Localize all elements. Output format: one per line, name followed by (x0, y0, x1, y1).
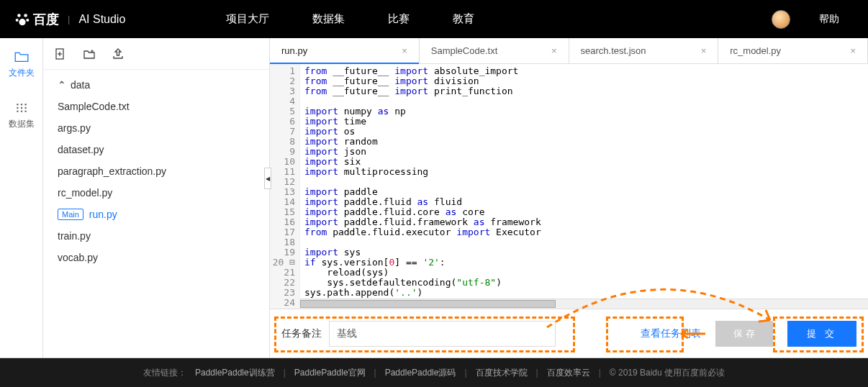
folder-icon (14, 51, 29, 63)
svg-point-8 (17, 107, 18, 109)
close-icon[interactable]: × (701, 45, 707, 56)
file-item[interactable]: args.py (43, 117, 269, 139)
caret-icon: ⌃ (58, 79, 65, 91)
file-item[interactable]: paragraph_extraction.py (43, 160, 269, 182)
file-name: args.py (58, 122, 91, 134)
svg-point-4 (19, 19, 25, 25)
close-icon[interactable]: × (551, 45, 557, 56)
file-item[interactable]: rc_model.py (43, 182, 269, 204)
file-item[interactable]: dataset.py (43, 139, 269, 160)
footer-link[interactable]: 百度效率云 (547, 367, 590, 379)
svg-point-5 (17, 104, 18, 105)
nav-projects[interactable]: 项目大厅 (226, 12, 269, 26)
file-item[interactable]: Mainrun.py (43, 204, 269, 225)
tab-label: run.py (281, 45, 307, 56)
svg-point-11 (17, 111, 18, 112)
horizontal-scrollbar[interactable] (300, 299, 868, 309)
paw-icon (14, 12, 30, 27)
task-note-label: 任务备注 (281, 327, 322, 340)
close-icon[interactable]: × (850, 45, 856, 56)
rail-datasets[interactable]: 数据集 (0, 89, 42, 140)
editor-tab[interactable]: run.py× (270, 38, 420, 63)
editor-tab[interactable]: rc_model.py× (718, 38, 868, 63)
new-file-icon[interactable] (55, 48, 66, 60)
svg-point-1 (24, 14, 27, 17)
save-button[interactable]: 保 存 (715, 321, 773, 347)
footer-link[interactable]: 百度技术学院 (476, 367, 528, 379)
folder-label: data (71, 79, 90, 91)
editor-tab[interactable]: search.test.json× (569, 38, 719, 63)
rail-files-label: 文件夹 (9, 67, 35, 79)
logo-studio: AI Studio (78, 13, 125, 26)
svg-point-13 (24, 111, 26, 112)
line-gutter: 1234567891011121314151617181920 ⊟2122232… (270, 64, 300, 309)
rail-datasets-label: 数据集 (9, 118, 35, 130)
footer-link[interactable]: PaddlePaddle官网 (294, 367, 366, 379)
logo-text: 百度 (33, 11, 59, 28)
close-icon[interactable]: × (402, 45, 407, 56)
file-panel: ⌃dataSampleCode.txtargs.pydataset.pypara… (43, 38, 270, 358)
tab-label: search.test.json (581, 45, 646, 56)
svg-point-10 (24, 107, 26, 109)
nav-datasets[interactable]: 数据集 (312, 12, 345, 26)
file-name: run.py (89, 209, 117, 220)
new-folder-icon[interactable] (83, 48, 95, 60)
file-name: SampleCode.txt (58, 101, 130, 112)
footer-copyright: © 2019 Baidu 使用百度前必读 (610, 367, 725, 379)
svg-point-3 (26, 18, 29, 21)
dataset-icon (14, 102, 29, 114)
file-name: train.py (58, 230, 91, 242)
file-name: rc_model.py (58, 187, 112, 199)
folder-data[interactable]: ⌃data (43, 74, 269, 96)
top-nav: 项目大厅 数据集 比赛 教育 (226, 12, 474, 26)
svg-point-9 (20, 107, 22, 109)
avatar[interactable] (772, 10, 790, 29)
svg-point-12 (20, 111, 22, 112)
main-badge: Main (58, 209, 83, 220)
upload-icon[interactable] (112, 48, 124, 60)
rail-files[interactable]: 文件夹 (0, 38, 42, 89)
file-toolbar (43, 38, 269, 70)
task-note-input[interactable] (329, 321, 556, 347)
task-bar: 任务备注 查看任务列表 保 存 提 交 (270, 309, 868, 358)
scrollbar-thumb[interactable] (300, 300, 556, 308)
svg-point-0 (17, 14, 21, 17)
nav-education[interactable]: 教育 (453, 12, 474, 26)
editor-panel: ◀ run.py×SampleCode.txt×search.test.json… (270, 38, 868, 358)
submit-button[interactable]: 提 交 (787, 321, 856, 347)
footer: 友情链接：PaddlePaddle训练营|PaddlePaddle官网|Padd… (0, 358, 868, 387)
file-name: paragraph_extraction.py (58, 165, 166, 177)
footer-link[interactable]: PaddlePaddle训练营 (195, 367, 275, 379)
view-task-list-link[interactable]: 查看任务列表 (641, 327, 701, 340)
footer-prefix: 友情链接： (143, 367, 186, 379)
file-name: vocab.py (58, 252, 98, 263)
editor-tab[interactable]: SampleCode.txt× (420, 38, 569, 63)
code-content[interactable]: from __future__ import absolute_importfr… (300, 64, 868, 309)
logo-baidu: 百度 (14, 11, 59, 28)
help-link[interactable]: 帮助 (819, 13, 839, 26)
logo[interactable]: 百度 | AI Studio (0, 11, 140, 28)
file-item[interactable]: vocab.py (43, 247, 269, 268)
file-item[interactable]: SampleCode.txt (43, 96, 269, 117)
left-rail: 文件夹 数据集 (0, 38, 43, 358)
svg-point-2 (16, 18, 19, 21)
collapse-sidebar-handle[interactable]: ◀ (264, 168, 271, 189)
header-right: 帮助 (772, 10, 868, 29)
footer-link[interactable]: PaddlePaddle源码 (385, 367, 456, 379)
tab-label: rc_model.py (730, 45, 781, 56)
top-header: 百度 | AI Studio 项目大厅 数据集 比赛 教育 帮助 (0, 0, 868, 38)
logo-separator: | (68, 14, 70, 24)
main-area: 文件夹 数据集 ⌃dataSampleCode.txtargs.pydatase… (0, 38, 868, 358)
file-name: dataset.py (58, 144, 104, 155)
file-tree: ⌃dataSampleCode.txtargs.pydataset.pypara… (43, 70, 269, 358)
tab-label: SampleCode.txt (431, 45, 498, 56)
file-item[interactable]: train.py (43, 225, 269, 247)
svg-point-6 (20, 104, 22, 105)
svg-point-7 (24, 104, 26, 105)
editor-tabs: run.py×SampleCode.txt×search.test.json×r… (270, 38, 868, 64)
nav-competition[interactable]: 比赛 (388, 12, 410, 26)
editor-body[interactable]: 1234567891011121314151617181920 ⊟2122232… (270, 64, 868, 309)
